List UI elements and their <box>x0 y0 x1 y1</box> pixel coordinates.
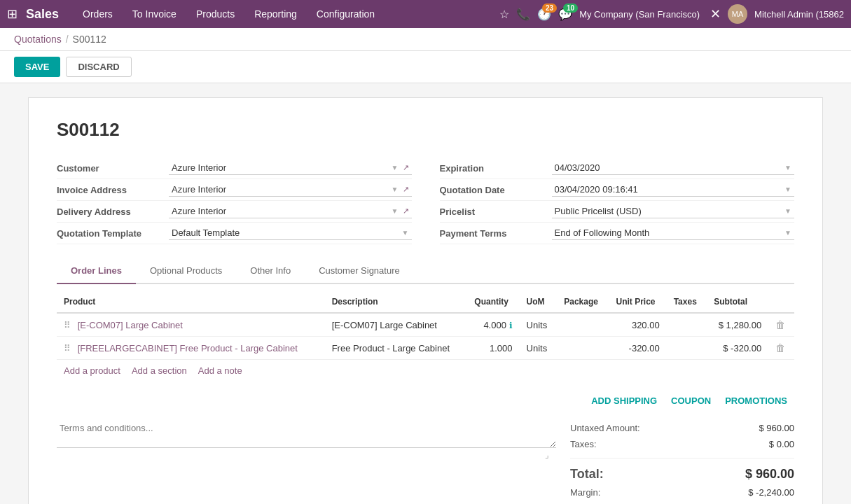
save-button[interactable]: SAVE <box>14 57 60 77</box>
nav-products[interactable]: Products <box>186 0 244 28</box>
customer-field[interactable]: Azure Interior ▼ ↗ <box>169 161 412 175</box>
nav-reporting[interactable]: Reporting <box>244 0 307 28</box>
col-description: Description <box>325 291 468 313</box>
totals-section: Untaxed Amount: $ 960.00 Taxes: $ 0.00 T… <box>570 420 794 500</box>
customer-row: Customer Azure Interior ▼ ↗ <box>57 158 412 179</box>
invoice-address-row: Invoice Address Azure Interior ▼ ↗ <box>57 179 412 201</box>
breadcrumb-separator: / <box>66 34 69 45</box>
nav-orders[interactable]: Orders <box>73 0 123 28</box>
untaxed-amount-row: Untaxed Amount: $ 960.00 <box>570 420 794 436</box>
delete-row2-icon[interactable]: 🗑 <box>775 342 785 354</box>
row1-uom: Units <box>520 313 558 337</box>
expiration-label: Expiration <box>440 163 552 174</box>
col-uom: UoM <box>520 291 558 313</box>
total-row: Total: $ 960.00 <box>570 464 794 484</box>
drag-handle-1[interactable]: ⠿ <box>64 320 71 330</box>
payment-terms-row: Payment Terms End of Following Month ▼ <box>440 223 795 244</box>
pricelist-dropdown-arrow: ▼ <box>784 207 791 215</box>
invoice-external-link[interactable]: ↗ <box>403 185 409 194</box>
col-taxes: Taxes <box>667 291 707 313</box>
table-row: ⠿ [E-COM07] Large Cabinet [E-COM07] Larg… <box>57 313 794 337</box>
invoice-address-field[interactable]: Azure Interior ▼ ↗ <box>169 183 412 197</box>
coupon-button[interactable]: COUPON <box>671 396 711 406</box>
customer-dropdown-arrow: ▼ <box>392 164 399 172</box>
breadcrumb: Quotations / S00112 <box>0 28 851 51</box>
tab-optional-products[interactable]: Optional Products <box>136 258 236 284</box>
payment-terms-field[interactable]: End of Following Month ▼ <box>552 226 795 240</box>
add-shipping-button[interactable]: ADD SHIPPING <box>591 396 657 406</box>
col-product: Product <box>57 291 325 313</box>
row2-uom: Units <box>520 337 558 360</box>
row1-delete: 🗑 <box>768 313 794 337</box>
terms-input[interactable] <box>57 420 556 448</box>
quotation-date-row: Quotation Date 03/04/2020 09:16:41 ▼ <box>440 179 795 201</box>
expiration-field[interactable]: 04/03/2020 ▼ <box>552 161 795 175</box>
add-section-link[interactable]: Add a section <box>132 365 187 376</box>
delivery-external-link[interactable]: ↗ <box>403 206 409 216</box>
qdate-dropdown-arrow: ▼ <box>784 186 791 193</box>
nav-configuration[interactable]: Configuration <box>307 0 385 28</box>
topnav-right: ☆ 📞 🕐 23 💬 10 My Company (San Francisco)… <box>499 4 844 24</box>
row1-unit-price: 320.00 <box>609 313 666 337</box>
user-name[interactable]: Mitchell Admin (15862 <box>754 9 844 20</box>
row2-quantity: 1.000 <box>467 337 519 360</box>
margin-label: Margin: <box>570 487 600 498</box>
pricelist-field[interactable]: Public Pricelist (USD) ▼ <box>552 204 795 218</box>
row2-subtotal: $ -320.00 <box>707 337 768 360</box>
grid-icon[interactable]: ⊞ <box>7 6 18 22</box>
terms-section: ⌟ <box>57 420 556 500</box>
nav-to-invoice[interactable]: To Invoice <box>123 0 186 28</box>
totals-divider <box>570 458 794 458</box>
row1-quantity: 4.000 ℹ <box>467 313 519 337</box>
action-bar: SAVE DISCARD <box>0 51 851 83</box>
main-content: S00112 Customer Azure Interior ▼ ↗ Invoi… <box>0 83 851 504</box>
delivery-address-field[interactable]: Azure Interior ▼ ↗ <box>169 204 412 218</box>
row2-taxes <box>667 337 707 360</box>
breadcrumb-current: S00112 <box>73 34 106 45</box>
tab-order-lines[interactable]: Order Lines <box>57 258 136 284</box>
discard-button[interactable]: DISCARD <box>66 57 131 77</box>
quotation-date-field[interactable]: 03/04/2020 09:16:41 ▼ <box>552 183 795 197</box>
col-subtotal: Subtotal <box>707 291 768 313</box>
chat-badge-wrap[interactable]: 💬 10 <box>558 8 572 21</box>
avatar[interactable]: MA <box>728 4 747 24</box>
quotation-template-row: Quotation Template Default Template ▼ <box>57 223 412 244</box>
quotation-template-field[interactable]: Default Template ▼ <box>169 226 412 240</box>
add-product-link[interactable]: Add a product <box>64 365 120 376</box>
row2-unit-price: -320.00 <box>609 337 666 360</box>
drag-handle-2[interactable]: ⠿ <box>64 343 71 354</box>
breadcrumb-parent[interactable]: Quotations <box>14 34 62 45</box>
add-note-link[interactable]: Add a note <box>198 365 242 376</box>
quotation-template-label: Quotation Template <box>57 228 169 239</box>
promotions-button[interactable]: PROMOTIONS <box>725 396 787 406</box>
pricelist-label: Pricelist <box>440 206 552 217</box>
customer-external-link[interactable]: ↗ <box>403 163 409 172</box>
resize-handle[interactable]: ⌟ <box>57 450 556 460</box>
margin-value: $ -2,240.00 <box>724 487 794 498</box>
delivery-address-label: Delivery Address <box>57 206 169 217</box>
app-brand[interactable]: Sales <box>26 7 59 22</box>
row2-product-link[interactable]: [FREELARGECABINET] Free Product - Large … <box>78 343 298 354</box>
activity-count: 23 <box>542 4 557 13</box>
col-package: Package <box>557 291 609 313</box>
row2-product: ⠿ [FREELARGECABINET] Free Product - Larg… <box>57 337 325 360</box>
tab-customer-signature[interactable]: Customer Signature <box>305 258 414 284</box>
untaxed-label: Untaxed Amount: <box>570 423 640 433</box>
delete-row1-icon[interactable]: 🗑 <box>775 319 785 330</box>
close-icon[interactable]: ✕ <box>710 6 721 22</box>
invoice-dropdown-arrow: ▼ <box>392 186 399 193</box>
taxes-value: $ 0.00 <box>724 439 794 449</box>
total-value: $ 960.00 <box>724 467 794 482</box>
nav-links: Orders To Invoice Products Reporting Con… <box>73 0 385 28</box>
expiration-row: Expiration 04/03/2020 ▼ <box>440 158 795 179</box>
quantity-info-icon-1[interactable]: ℹ <box>509 321 513 330</box>
row2-package <box>557 337 609 360</box>
form-right: Expiration 04/03/2020 ▼ Quotation Date 0… <box>440 158 795 244</box>
star-icon[interactable]: ☆ <box>499 8 509 21</box>
row1-taxes <box>667 313 707 337</box>
tab-other-info[interactable]: Other Info <box>236 258 305 284</box>
phone-icon[interactable]: 📞 <box>516 8 530 21</box>
row1-product-link[interactable]: [E-COM07] Large Cabinet <box>78 320 183 330</box>
company-selector[interactable]: My Company (San Francisco) <box>579 9 700 20</box>
activity-badge-wrap[interactable]: 🕐 23 <box>537 8 551 21</box>
